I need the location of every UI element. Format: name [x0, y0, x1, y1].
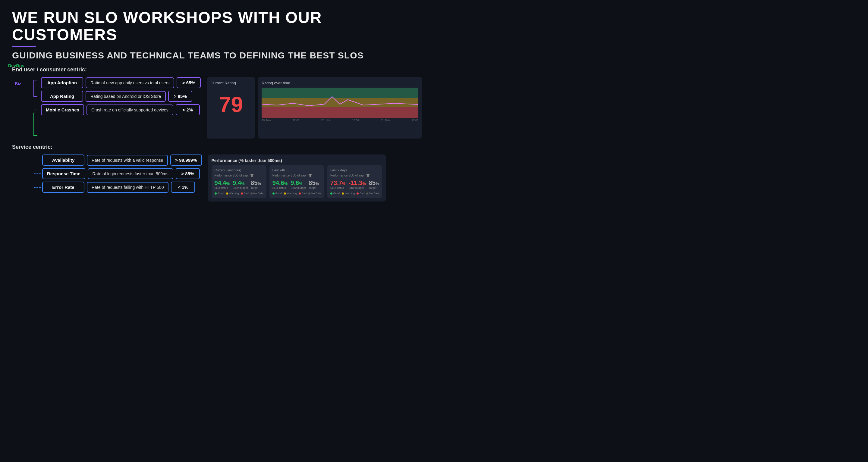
biz-label: Biz [15, 81, 21, 86]
slo-target-app-rating: > 85% [168, 91, 192, 102]
rating-chart-title: Rating over time [261, 81, 418, 85]
perf-col-subtitle-2: Performance SLO of aapi [330, 174, 379, 177]
legend-warning-0: Warning [226, 192, 239, 195]
x-label-4: 21. Nov [381, 119, 390, 122]
legend-bad-1: Bad [299, 192, 307, 195]
filter-icon-2[interactable] [366, 174, 370, 177]
section2-label: Service centric: [12, 144, 422, 150]
slo-target-app-adoption: > 65% [177, 77, 201, 88]
perf-metrics-0: 94.4% SLO status 9.4% Error budget 85% T… [215, 179, 264, 190]
sub-title: GUIDING BUSINESS AND TECHNICAL TEAMS TO … [12, 50, 422, 61]
perf-metrics-1: 94.6% SLO status 9.6% Error budget 85% T… [273, 179, 321, 190]
legend-dot [250, 193, 253, 195]
table-row: → Mobile Crashes Crash rate on officiall… [41, 104, 201, 116]
dashboard-panels: Current Rating 79 Rating over time 19. N… [207, 77, 422, 138]
perf-legend-1: Good Warning Bad No Data [273, 192, 321, 195]
slo-desc-app-adoption: Ratio of new app daily users vs total us… [86, 77, 174, 88]
legend-dot [366, 193, 368, 195]
x-label-2: 20. Nov [321, 119, 330, 122]
page: WE RUN SLO WORKSHOPS WITH OUR CUSTOMERS … [0, 0, 434, 210]
x-label-1: 12:00 [293, 119, 300, 122]
table-row: Availablity Rate of requests with a vali… [42, 155, 202, 166]
table-row: App Adoption Ratio of new app daily user… [41, 77, 201, 88]
legend-warning-2: Warning [342, 192, 355, 195]
x-label-3: 12:00 [352, 119, 359, 122]
service-slo-rows: Availablity Rate of requests with a vali… [42, 155, 202, 193]
perf-slo-status-0: 94.4% SLO status [215, 179, 230, 190]
legend-nodata-1: No Data [308, 192, 321, 195]
legend-dot [308, 193, 310, 195]
devops-label: DevOps [8, 63, 24, 68]
perf-col-title-2: Last 7 days [330, 168, 379, 172]
perf-col-subtitle-1: Performance SLO of aapi [273, 174, 321, 177]
perf-col-24h: Last 24h Performance SLO of aapi 94.6% S… [270, 165, 324, 198]
slo-name-response-time: Response Time [42, 168, 85, 179]
slo-name-error-rate: Error Rate [42, 182, 84, 193]
legend-good-1: Good [273, 192, 282, 195]
legend-bad-0: Bad [241, 192, 249, 195]
svg-marker-2 [366, 174, 370, 177]
slo-name-app-rating: App Rating [41, 91, 83, 102]
legend-dot [342, 193, 344, 195]
slo-desc-error-rate: Rate of requests failing with HTTP 500 [87, 182, 168, 193]
slo-desc-app-rating: Rating based on Android or iOS Store [86, 91, 166, 102]
legend-dot [330, 193, 333, 195]
perf-error-budget-1: 9.6% Error budget [290, 179, 306, 190]
perf-col-hour: Current (last hour) Performance SLO of a… [212, 165, 267, 198]
perf-target-1: 85% Target [309, 179, 319, 190]
x-label-5: 12:00 [411, 119, 418, 122]
legend-dot [241, 193, 243, 195]
perf-col-subtitle-0: Performance SLO of aapi [215, 174, 264, 177]
perf-slo-status-2: 73.7% SLO status [330, 179, 346, 190]
current-rating-panel: Current Rating 79 [207, 77, 255, 138]
slo-name-app-adoption: App Adoption [41, 77, 83, 88]
table-row: → App Rating Rating based on Android or … [41, 91, 201, 102]
chart-x-labels: 19. Nov 12:00 20. Nov 12:00 21. Nov 12:0… [261, 119, 418, 122]
perf-col-title-0: Current (last hour) [215, 168, 264, 172]
table-row: Response Time Rate of login requests fas… [42, 168, 202, 179]
perf-legend-2: Good Warning Bad No Data [330, 192, 379, 195]
slo-target-mobile-crashes: < 2% [176, 104, 200, 116]
perf-title: Performance (% faster than 500ms) [212, 158, 382, 163]
filter-icon-1[interactable] [308, 174, 312, 177]
perf-target-2: 85% Target [369, 179, 379, 190]
perf-error-budget-0: 9.4% Error budget [233, 179, 248, 190]
legend-nodata-0: No Data [250, 192, 264, 195]
rating-over-time-panel: Rating over time 19. Nov 12:00 20. Nov 1… [258, 77, 422, 138]
table-row: Error Rate Rate of requests failing with… [42, 182, 202, 193]
legend-dot [273, 193, 275, 195]
rating-line-chart [261, 88, 418, 118]
legend-good-2: Good [330, 192, 340, 195]
slo-name-availability: Availablity [42, 155, 84, 166]
legend-nodata-2: No Data [366, 192, 379, 195]
current-rating-value: 79 [210, 88, 251, 121]
main-title: WE RUN SLO WORKSHOPS WITH OUR CUSTOMERS [12, 9, 422, 43]
svg-marker-0 [250, 174, 254, 177]
perf-col-7d: Last 7 days Performance SLO of aapi 73.7… [327, 165, 382, 198]
legend-dot [215, 193, 217, 195]
perf-target-0: 85% Target [251, 179, 261, 190]
slo-target-response-time: > 85% [176, 168, 200, 179]
consumer-slo-table: Biz DevOps App Adoption Rati [12, 77, 201, 138]
x-label-0: 19. Nov [261, 119, 271, 122]
legend-bad-2: Bad [356, 192, 364, 195]
svg-marker-1 [308, 174, 312, 177]
slo-desc-mobile-crashes: Crash rate on officially supported devic… [87, 104, 173, 116]
slo-target-error-rate: < 1% [171, 182, 195, 193]
slo-desc-availability: Rate of requests with a valid response [87, 155, 168, 166]
filter-icon-0[interactable] [250, 174, 254, 177]
performance-panel: Performance (% faster than 500ms) Curren… [208, 155, 386, 201]
perf-slo-status-1: 94.6% SLO status [273, 179, 288, 190]
consumer-section: Biz DevOps App Adoption Rati [12, 77, 422, 138]
section1-label: End user / consumer centric: [12, 67, 422, 73]
perf-legend-0: Good Warning Bad No Data [215, 192, 264, 195]
perf-metrics-2: 73.7% SLO status -11.3% Error budget 85%… [330, 179, 379, 190]
legend-dot [356, 193, 359, 195]
slo-name-mobile-crashes: Mobile Crashes [41, 104, 84, 116]
perf-error-budget-2: -11.3% Error budget [349, 179, 366, 190]
service-section: Availablity Rate of requests with a vali… [12, 155, 422, 201]
legend-dot [226, 193, 228, 195]
legend-dot [284, 193, 286, 195]
rating-chart [261, 88, 418, 118]
title-underline [12, 46, 36, 47]
